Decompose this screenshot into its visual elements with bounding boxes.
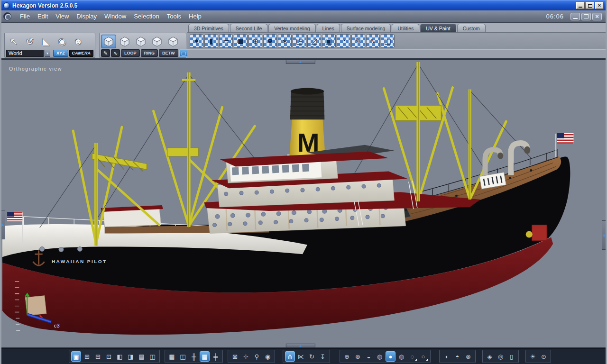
backface-culling-icon[interactable]: ◖ <box>441 351 451 362</box>
wireframe-object-icon[interactable]: ◈ <box>485 351 495 362</box>
tab-custom[interactable]: Custom <box>457 24 486 32</box>
soft-select-icon[interactable]: ∿ <box>111 49 120 57</box>
ship-model-canvas[interactable]: M <box>1 60 606 347</box>
flat-display-icon[interactable]: ◒ <box>364 351 374 362</box>
uv-spherical-mapping-icon[interactable]: ⊕ <box>248 34 262 48</box>
menu-item[interactable]: Display <box>73 11 101 21</box>
grid-xy-plane-icon[interactable]: ▦ <box>200 351 210 362</box>
collapse-top-handle[interactable]: ▲ <box>286 60 315 64</box>
uv-editor-icon[interactable]: ◫ <box>381 34 395 48</box>
menu-item[interactable]: Selection <box>130 11 163 21</box>
ring-select-button[interactable]: RING <box>141 49 158 57</box>
uv-flip-plane-icon[interactable]: ◳ <box>293 34 306 48</box>
title-bar[interactable]: Hexagon Version 2.5.0.5 × <box>1 0 606 10</box>
menu-item[interactable]: Tools <box>163 11 185 21</box>
paint-airbrush-icon[interactable]: ∿ <box>366 34 380 48</box>
layout-two-rows-icon[interactable]: ▤ <box>137 351 147 362</box>
camera-axis-button[interactable]: CAMERA <box>69 50 94 57</box>
wire-shaded-display-icon[interactable]: ◍ <box>375 351 385 362</box>
tab-uv-paint[interactable]: UV & Paint <box>420 24 456 32</box>
universal-manipulator-icon[interactable]: ⋔ <box>285 351 295 362</box>
look-view-icon[interactable]: ◉ <box>263 351 273 362</box>
collapse-bottom-handle[interactable]: ▲ <box>286 344 315 348</box>
close-document-button[interactable]: × <box>592 13 602 20</box>
between-select-button[interactable]: BETW <box>159 49 178 57</box>
close-window-button[interactable]: × <box>595 2 604 9</box>
select-points-mode-icon[interactable] <box>117 35 132 48</box>
fit-view-icon[interactable]: ⊠ <box>230 351 240 362</box>
viewport-3d[interactable]: M <box>1 59 606 348</box>
lighting-display-icon[interactable]: ○ <box>418 351 428 362</box>
textured-display-icon[interactable]: ◍ <box>396 351 406 362</box>
universal-transform-icon[interactable]: ◉ <box>55 35 70 48</box>
hiddenline-display-icon[interactable]: ⊛ <box>353 351 363 362</box>
uv-unfold-icon[interactable]: ∗ <box>278 34 292 48</box>
tab-vertex-modeling[interactable]: Vertex modeling <box>268 24 315 32</box>
menu-item[interactable]: Window <box>101 11 130 21</box>
double-sided-icon[interactable]: ◓ <box>452 351 462 362</box>
object-snap-icon[interactable]: ◫ <box>178 351 188 362</box>
translate-manipulator-icon[interactable]: ⋉ <box>296 351 306 362</box>
grid-xz-plane-icon[interactable]: ╫ <box>189 351 199 362</box>
layout-three-bottom-icon[interactable]: ⊟ <box>93 351 103 362</box>
move-tool-icon[interactable]: ↖ <box>6 35 21 48</box>
uv-pin-icon[interactable]: ◿ <box>307 34 321 48</box>
collapse-right-handle[interactable]: ◀ <box>602 220 606 250</box>
scale-tool-icon[interactable]: ◣ <box>38 35 54 48</box>
layout-quad-icon[interactable]: ⊞ <box>82 351 92 362</box>
layout-single-icon[interactable]: ▣ <box>71 351 81 362</box>
rotate-manipulator-icon[interactable]: ↻ <box>307 351 317 362</box>
select-edges-mode-icon[interactable] <box>133 35 148 48</box>
ghost-mode-icon[interactable]: ☻ <box>71 35 86 48</box>
uv-rotate-icon[interactable]: ◔ <box>337 34 350 48</box>
uv-unwrap-head-icon[interactable]: ☻ <box>263 34 277 48</box>
paint-select-icon[interactable]: ✎ <box>101 49 110 57</box>
select-object-mode-icon[interactable] <box>101 35 116 48</box>
tab-3d-primitives[interactable]: 3D Primitives <box>188 24 229 32</box>
screenshot-camera-icon[interactable]: ⊙ <box>539 351 549 362</box>
collapse-left-handle[interactable]: ▶ <box>1 210 5 239</box>
paint-brush-icon[interactable]: ✎ <box>351 34 365 48</box>
uv-relax-icon[interactable]: ▣ <box>322 34 336 48</box>
cylinder-object-icon[interactable]: ◎ <box>496 351 506 362</box>
minimize-window-button[interactable] <box>576 2 585 9</box>
render-preview-icon[interactable]: ☀ <box>528 351 538 362</box>
menu-item[interactable]: File <box>16 11 34 21</box>
loop-select-button[interactable]: LOOP <box>121 49 140 57</box>
tab-lines[interactable]: Lines <box>317 24 340 32</box>
grid-magnet-icon[interactable]: ▦ <box>167 351 177 362</box>
grid-yz-plane-icon[interactable]: ╪ <box>211 351 221 362</box>
layout-two-columns-icon[interactable]: ◫ <box>147 351 157 362</box>
uv-box-projection-icon[interactable]: ◼ <box>234 34 248 48</box>
tab-surface-modeling[interactable]: Surface modeling <box>341 24 391 32</box>
world-space-select[interactable]: World <box>6 50 44 57</box>
xyz-axis-button[interactable]: XYZ <box>53 50 68 57</box>
layout-split-right-icon[interactable]: ◨ <box>126 351 136 362</box>
rectangle-marquee-icon[interactable]: ▢ <box>179 49 188 57</box>
symmetry-icon[interactable]: ⊗ <box>463 351 473 362</box>
pan-view-icon[interactable]: ⊹ <box>241 351 251 362</box>
menu-item[interactable]: View <box>52 11 73 21</box>
maximize-window-button[interactable] <box>586 2 594 9</box>
layout-three-top-icon[interactable]: ⊡ <box>104 351 114 362</box>
tab-second-life[interactable]: Second Life <box>230 24 267 32</box>
wireframe-display-icon[interactable]: ⊕ <box>342 351 352 362</box>
select-faces-mode-icon[interactable] <box>149 35 165 48</box>
material-display-icon[interactable]: ◌ <box>407 351 417 362</box>
menu-item[interactable]: Edit <box>34 11 52 21</box>
drop-tool-icon[interactable]: ↧ <box>318 351 328 362</box>
select-multi-mode-icon[interactable] <box>166 35 181 48</box>
zoom-view-icon[interactable]: ⚲ <box>252 351 262 362</box>
uv-sphere-projection-icon[interactable]: ● <box>190 34 203 48</box>
minimize-document-button[interactable] <box>570 13 580 20</box>
tab-utilities[interactable]: Utilities <box>392 24 419 32</box>
world-dropdown-arrow-icon[interactable]: ▼ <box>45 50 50 57</box>
layout-split-left-icon[interactable]: ◧ <box>115 351 125 362</box>
uv-panels-icon[interactable]: ▯ <box>506 351 516 362</box>
smooth-display-icon[interactable]: ● <box>386 351 395 362</box>
rotate-tool-icon[interactable]: ↺ <box>22 35 37 48</box>
uv-planar-projection-icon[interactable]: ▱ <box>219 34 233 48</box>
uv-cylinder-projection-icon[interactable]: ▮ <box>204 34 218 48</box>
menu-item[interactable]: Help <box>185 11 205 21</box>
maximize-document-button[interactable] <box>581 13 591 20</box>
